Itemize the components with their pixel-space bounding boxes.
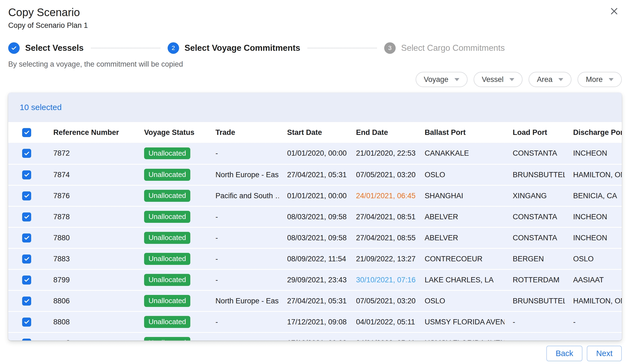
voyage-status-badge: Unallocated	[144, 274, 190, 286]
table-row[interactable]: testCooo Unallocated - 17/12/2021, 09:08…	[8, 332, 622, 341]
step-number-badge: 3	[384, 42, 396, 54]
filter-label: Vessel	[482, 75, 504, 84]
step-number-badge: 2	[168, 42, 179, 54]
cell-discharge-port: INCHEON	[565, 213, 622, 221]
voyage-status-badge: Unallocated	[144, 253, 190, 265]
voyage-status-badge: Unallocated	[144, 337, 190, 341]
cell-reference-number: 7872	[45, 149, 136, 158]
filter-more-button[interactable]: More	[578, 72, 622, 87]
stepper-connector	[91, 48, 161, 48]
chevron-down-icon	[509, 78, 514, 81]
cell-reference-number: 7874	[45, 171, 136, 179]
cell-discharge-port: OSLO	[565, 255, 622, 263]
table-row[interactable]: 8808 Unallocated - 17/12/2021, 09:08 04/…	[8, 311, 622, 332]
column-header-start-date: Start Date	[279, 128, 348, 137]
cell-trade: -	[207, 149, 279, 158]
chevron-down-icon	[454, 78, 459, 81]
column-header-discharge-port: Discharge Port	[565, 128, 622, 137]
row-checkbox[interactable]	[22, 297, 31, 306]
column-header-reference-number: Reference Number	[45, 128, 136, 137]
row-checkbox[interactable]	[22, 318, 31, 327]
cell-end-date: 27/04/2021, 08:55	[348, 234, 416, 242]
stepper-connector	[307, 48, 377, 48]
filter-label: Voyage	[424, 75, 448, 84]
row-checkbox[interactable]	[22, 170, 31, 179]
row-checkbox[interactable]	[22, 233, 31, 242]
filter-bar: Voyage Vessel Area More	[0, 72, 630, 87]
cell-reference-number: 7878	[45, 213, 136, 221]
cell-reference-number: 7883	[45, 255, 136, 263]
filter-area-button[interactable]: Area	[529, 72, 571, 87]
column-header-ballast-port: Ballast Port	[416, 128, 504, 137]
close-button[interactable]	[608, 5, 620, 17]
cell-load-port: -	[504, 318, 565, 326]
cell-trade: -	[207, 276, 279, 284]
row-checkbox[interactable]	[22, 191, 31, 200]
cell-trade: -	[207, 339, 279, 341]
filter-voyage-button[interactable]: Voyage	[416, 72, 468, 87]
cell-load-port: XINGANG	[504, 192, 565, 200]
table-row[interactable]: 8806 Unallocated North Europe - Eas… 27/…	[8, 290, 622, 311]
dialog-subtitle: Copy of Scenario Plan 1	[8, 21, 622, 30]
cell-ballast-port: SHANGHAI	[416, 192, 504, 200]
filter-label: Area	[537, 75, 552, 84]
table-row[interactable]: 8799 Unallocated - 29/09/2021, 23:43 30/…	[8, 269, 622, 290]
cell-reference-number: 8808	[45, 318, 136, 326]
cell-load-port: ROTTERDAM	[504, 276, 565, 284]
table-body: 7872 Unallocated - 01/01/2020, 00:00 21/…	[8, 143, 622, 341]
cell-ballast-port: LAKE CHARLES, LA	[416, 276, 504, 284]
row-checkbox[interactable]	[22, 212, 31, 221]
cell-ballast-port: OSLO	[416, 171, 504, 179]
table-row[interactable]: 7880 Unallocated - 08/03/2021, 09:58 27/…	[8, 227, 622, 248]
step-select-voyage-commitments[interactable]: 2 Select Voyage Commitments	[168, 42, 300, 54]
cell-load-port: CONSTANTA	[504, 213, 565, 221]
cell-start-date: 27/04/2021, 05:31	[279, 297, 348, 305]
cell-discharge-port: INCHEON	[565, 149, 622, 158]
back-button[interactable]: Back	[546, 346, 582, 361]
step-completed-check-icon	[8, 42, 20, 54]
step-label: Select Voyage Commitments	[185, 43, 300, 53]
cell-start-date: 01/01/2021, 00:00	[279, 192, 348, 200]
cell-start-date: 17/12/2021, 09:08	[279, 318, 348, 326]
cell-reference-number: 8806	[45, 297, 136, 305]
table-row[interactable]: 7878 Unallocated - 08/03/2021, 09:58 27/…	[8, 206, 622, 227]
filter-vessel-button[interactable]: Vessel	[474, 72, 523, 87]
page-title: Copy Scenario	[8, 5, 622, 19]
cell-end-date: 21/09/2022, 13:27	[348, 255, 416, 263]
table-row[interactable]: 7883 Unallocated - 08/09/2022, 11:54 21/…	[8, 248, 622, 269]
cell-trade: North Europe - Eas…	[207, 171, 279, 179]
step-label: Select Vessels	[25, 43, 84, 53]
voyage-status-badge: Unallocated	[144, 295, 190, 307]
selected-count: 10 selected	[20, 103, 62, 112]
step-label: Select Cargo Commitments	[401, 43, 505, 53]
cell-ballast-port: CANAKKALE	[416, 149, 504, 158]
next-button[interactable]: Next	[587, 346, 622, 361]
row-checkbox[interactable]	[22, 276, 31, 285]
cell-ballast-port: ABELVER	[416, 234, 504, 242]
cell-end-date: 21/01/2020, 22:53	[348, 149, 416, 158]
cell-end-date: 04/01/2022, 05:11	[348, 318, 416, 326]
cell-start-date: 08/03/2021, 09:58	[279, 213, 348, 221]
table-row[interactable]: 7872 Unallocated - 01/01/2020, 00:00 21/…	[8, 143, 622, 164]
column-header-voyage-status: Voyage Status	[136, 128, 207, 137]
cell-discharge-port: HAMILTON, ON	[565, 171, 622, 179]
step-select-cargo-commitments: 3 Select Cargo Commitments	[384, 42, 505, 54]
row-checkbox[interactable]	[22, 254, 31, 264]
filter-label: More	[586, 75, 603, 84]
voyage-status-badge: Unallocated	[144, 316, 190, 328]
cell-reference-number: 7880	[45, 234, 136, 242]
step-select-vessels[interactable]: Select Vessels	[8, 42, 84, 54]
row-checkbox[interactable]	[22, 149, 31, 158]
cell-discharge-port: -	[565, 339, 622, 341]
chevron-down-icon	[558, 78, 563, 81]
table-row[interactable]: 7876 Unallocated Pacific and South … 01/…	[8, 185, 622, 206]
select-all-checkbox[interactable]	[22, 128, 31, 137]
table-row[interactable]: 7874 Unallocated North Europe - Eas… 27/…	[8, 164, 622, 185]
cell-trade: -	[207, 255, 279, 263]
row-checkbox[interactable]	[22, 339, 31, 341]
cell-start-date: 29/09/2021, 23:43	[279, 276, 348, 284]
cell-load-port: CONSTANTA	[504, 149, 565, 158]
cell-end-date: 24/01/2021, 06:45	[348, 192, 416, 200]
cell-discharge-port: AASIAAT	[565, 276, 622, 284]
cell-end-date: 04/01/2022, 05:11	[348, 339, 416, 341]
